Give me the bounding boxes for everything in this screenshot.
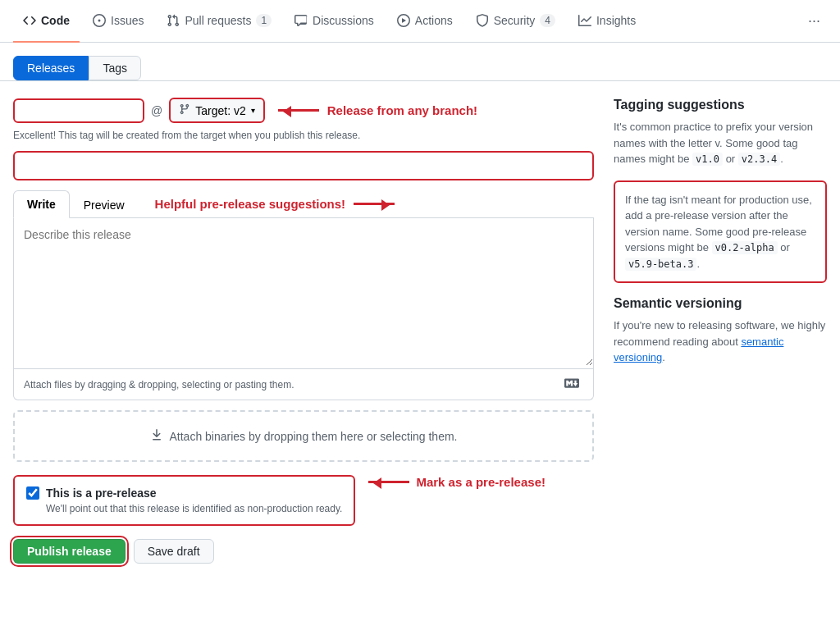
target-dropdown[interactable]: Target: v2 ▾ — [169, 98, 264, 123]
tagging-suggestions-title: Tagging suggestions — [614, 98, 827, 112]
release-branch-label: Release from any branch! — [327, 103, 477, 117]
prerelease-suggestions-annotation: Helpful pre-release suggestions! — [155, 190, 395, 217]
description-section: Write Preview Helpful pre-release sugges… — [13, 190, 594, 400]
prerelease-hint: We'll point out that this release is ide… — [46, 503, 342, 514]
nav-item-code[interactable]: Code — [13, 0, 80, 43]
attach-binaries-label: Attach binaries by dropping them here or… — [170, 430, 458, 443]
attach-binaries-area[interactable]: Attach binaries by dropping them here or… — [13, 410, 594, 462]
prerelease-suggestion-box: If the tag isn't meant for production us… — [614, 180, 827, 284]
markdown-icon — [560, 376, 583, 393]
nav-label-actions: Actions — [415, 14, 453, 27]
tagging-suggestions-text: It's common practice to prefix your vers… — [614, 119, 827, 167]
actions-icon — [397, 14, 410, 27]
write-tab[interactable]: Write — [13, 190, 70, 218]
top-nav: Code Issues Pull requests 1 Discussions … — [0, 0, 840, 43]
right-panel: Tagging suggestions It's common practice… — [614, 98, 827, 564]
nav-item-insights[interactable]: Insights — [568, 0, 646, 43]
describe-textarea[interactable] — [14, 218, 593, 366]
nav-label-code: Code — [41, 14, 70, 27]
prerelease-section: This is a pre-release We'll point out th… — [13, 475, 594, 526]
release-title-input[interactable]: 2.0.0-beta.1 Release — [13, 151, 594, 180]
prerelease-annotation: Mark as a pre-release! — [368, 475, 546, 489]
prerelease-code1: v0.2-alpha — [712, 241, 778, 254]
nav-item-actions[interactable]: Actions — [387, 0, 463, 43]
nav-label-issues: Issues — [111, 14, 144, 27]
tags-tab[interactable]: Tags — [89, 56, 141, 80]
action-buttons: Publish release Save draft — [13, 539, 594, 564]
arrow-right-icon — [354, 203, 395, 205]
tagging-code2: v2.3.4 — [738, 153, 780, 166]
security-badge: 4 — [540, 14, 555, 27]
pullrequest-badge: 1 — [256, 14, 272, 27]
branch-icon — [179, 103, 190, 117]
security-icon — [476, 14, 489, 27]
arrow-left-icon — [278, 109, 319, 112]
nav-item-issues[interactable]: Issues — [83, 0, 153, 43]
release-branch-annotation: Release from any branch! — [278, 103, 477, 117]
preview-tab[interactable]: Preview — [70, 190, 139, 218]
write-preview-tabs: Write Preview Helpful pre-release sugges… — [13, 190, 594, 218]
target-label: Target: v2 — [195, 104, 245, 117]
subnav: Releases Tags — [0, 43, 840, 81]
nav-label-pullrequests: Pull requests — [185, 14, 251, 27]
nav-item-discussions[interactable]: Discussions — [285, 0, 384, 43]
nav-label-security: Security — [494, 14, 536, 27]
textarea-footer: Attach files by dragging & dropping, sel… — [14, 368, 593, 400]
nav-item-pullrequests[interactable]: Pull requests 1 — [157, 0, 281, 43]
more-menu-button[interactable]: ··· — [801, 6, 827, 36]
chevron-down-icon: ▾ — [251, 106, 255, 115]
mark-prerelease-label: Mark as a pre-release! — [416, 475, 546, 489]
semver-title: Semantic versioning — [614, 296, 827, 311]
attach-label: Attach files by dragging & dropping, sel… — [24, 379, 294, 391]
main-content: v2.0.0-beta.1 @ Target: v2 ▾ Release fro… — [0, 81, 840, 580]
textarea-wrap: Attach files by dragging & dropping, sel… — [13, 218, 594, 400]
tagging-code1: v1.0 — [692, 153, 723, 166]
nav-item-security[interactable]: Security 4 — [466, 0, 565, 43]
prerelease-label-row: This is a pre-release — [26, 486, 342, 500]
nav-label-insights: Insights — [596, 14, 636, 27]
at-symbol: @ — [151, 104, 162, 117]
helpful-prerelease-label: Helpful pre-release suggestions! — [155, 197, 346, 211]
arrow-left-prerelease-icon — [368, 481, 409, 483]
discussions-icon — [294, 14, 308, 27]
prerelease-code2: v5.9-beta.3 — [625, 258, 696, 271]
pullrequest-icon — [167, 14, 180, 27]
code-icon — [23, 14, 36, 27]
nav-label-discussions: Discussions — [313, 14, 374, 27]
prerelease-box: This is a pre-release We'll point out th… — [13, 475, 355, 526]
issues-icon — [93, 14, 106, 27]
publish-release-button[interactable]: Publish release — [13, 539, 126, 564]
releases-tab[interactable]: Releases — [13, 56, 89, 80]
prerelease-suggestion-text: If the tag isn't meant for production us… — [625, 192, 815, 272]
tag-hint: Excellent! This tag will be created from… — [13, 130, 594, 141]
tag-input[interactable]: v2.0.0-beta.1 — [13, 98, 144, 123]
save-draft-button[interactable]: Save draft — [134, 539, 214, 564]
insights-icon — [578, 14, 591, 27]
download-icon — [150, 428, 163, 444]
prerelease-label: This is a pre-release — [46, 486, 157, 500]
left-panel: v2.0.0-beta.1 @ Target: v2 ▾ Release fro… — [13, 98, 594, 564]
semver-text: If you're new to releasing software, we … — [614, 317, 827, 366]
prerelease-checkbox[interactable] — [26, 486, 39, 500]
